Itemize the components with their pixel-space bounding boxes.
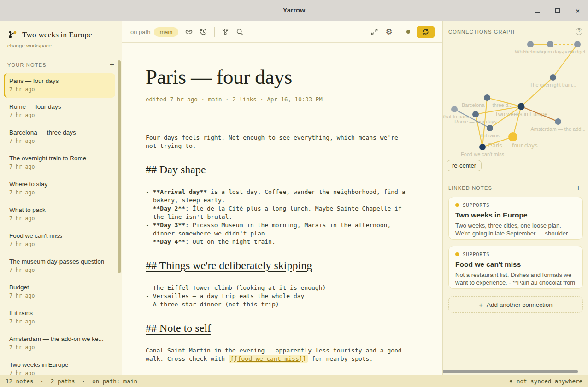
bullet-item: - The Eiffel Tower climb (looking at it … bbox=[146, 284, 412, 292]
add-note-button[interactable]: + bbox=[110, 61, 114, 69]
note-list-item[interactable]: Paris — four days 7 hr ago bbox=[4, 73, 115, 98]
add-connection-button[interactable]: + Add another connection bbox=[448, 296, 583, 313]
note-list-item[interactable]: Food we can't miss 7 hr ago bbox=[4, 228, 115, 252]
graph-node-rome[interactable] bbox=[472, 111, 479, 117]
graph-view-icon[interactable] bbox=[221, 28, 229, 36]
linked-note-desc: Not a restaurant list. Dishes and format… bbox=[455, 271, 576, 289]
note-list-item[interactable]: Amsterdam — the add-on we ke... 7 hr ago bbox=[4, 331, 115, 356]
linked-note-title: Two weeks in Europe bbox=[455, 211, 576, 219]
note-paragraph: Four days feels right. Not enough to see… bbox=[146, 134, 412, 150]
connections-graph[interactable]: Where to stayThe museum day-pass...Budge… bbox=[443, 21, 588, 159]
graph-node-where[interactable] bbox=[527, 41, 534, 47]
titlebar: Yarrow × bbox=[0, 0, 588, 21]
editor-pane: on path main bbox=[122, 21, 442, 375]
history-icon[interactable] bbox=[200, 28, 208, 36]
statusbar-right: not synced anywhere bbox=[513, 378, 582, 385]
close-button[interactable]: × bbox=[574, 7, 582, 14]
graph-node-food[interactable] bbox=[479, 144, 486, 150]
note-list-item[interactable]: What to pack 7 hr ago bbox=[4, 202, 115, 227]
toolbar-divider bbox=[214, 27, 215, 37]
maximize-icon bbox=[555, 8, 560, 13]
settings-gear-icon[interactable]: ⚙ bbox=[385, 28, 393, 36]
graph-node-label: Food we can't miss bbox=[461, 152, 504, 157]
graph-node-whattopack[interactable] bbox=[451, 106, 458, 112]
note-heading: ## Note to self bbox=[146, 322, 426, 334]
note-list-item[interactable]: If it rains 7 hr ago bbox=[4, 305, 115, 330]
expand-icon[interactable] bbox=[370, 28, 378, 36]
graph-node-budget[interactable] bbox=[574, 41, 581, 47]
sync-button[interactable] bbox=[417, 26, 435, 38]
graph-node-label: Amsterdam — the add... bbox=[530, 126, 585, 132]
note-bullet-list: - **Arrival day** is a lost day. Coffee,… bbox=[146, 188, 412, 246]
window-title: Yarrow bbox=[0, 6, 588, 14]
linked-note-card[interactable]: SUPPORTS Food we can't miss Not a restau… bbox=[448, 246, 583, 289]
note-paragraph: Canal Saint-Martin in the evening — appa… bbox=[146, 346, 412, 363]
bullet-item: - A three-star dinner (not this trip) bbox=[146, 300, 412, 309]
linked-note-title: Food we can't miss bbox=[455, 260, 576, 269]
bullet-item: - Versailles — a day trip eats the whole… bbox=[146, 292, 412, 300]
maximize-button[interactable] bbox=[554, 7, 561, 14]
note-bullet-list: - The Eiffel Tower climb (looking at it … bbox=[146, 284, 412, 309]
workspace-name: Two weeks in Europe bbox=[22, 30, 92, 40]
notes-list: Paris — four days 7 hr ago Rome — four d… bbox=[0, 73, 122, 375]
change-workspace-link[interactable]: change workspace... bbox=[7, 43, 114, 48]
yarrow-logo-icon bbox=[7, 29, 18, 40]
note-list-item[interactable]: The museum day-passes question 7 hr ago bbox=[4, 254, 115, 278]
graph-node-label: Barcelona — three d... bbox=[462, 102, 512, 108]
note-list-item[interactable]: The overnight train to Rome 7 hr ago bbox=[4, 151, 115, 175]
sync-dot-icon: ● bbox=[510, 379, 512, 383]
editor-toolbar: on path main bbox=[122, 21, 442, 43]
plus-icon: + bbox=[479, 301, 483, 308]
graph-node-overnight[interactable] bbox=[550, 74, 556, 81]
note-list-item[interactable]: Where to stay 7 hr ago bbox=[4, 176, 115, 201]
graph-node-ifitrains[interactable] bbox=[487, 125, 493, 131]
graph-node-barcelona[interactable] bbox=[484, 94, 490, 101]
note-title: Paris — four days bbox=[146, 66, 426, 89]
linked-note-card[interactable]: SUPPORTS Two weeks in Europe Two weeks, … bbox=[448, 197, 583, 240]
bullet-item: - **Day 2**: Île de la Cité plus a long … bbox=[146, 205, 412, 221]
sync-status-dot-icon bbox=[406, 30, 410, 34]
bullet-item: - **Arrival day** is a lost day. Coffee,… bbox=[146, 188, 412, 205]
graph-node-amsterdam[interactable] bbox=[555, 118, 561, 125]
linked-notes-header: LINKED NOTES bbox=[448, 185, 492, 191]
sidebar: Two weeks in Europe change workspace... … bbox=[0, 21, 122, 375]
relation-label: SUPPORTS bbox=[463, 252, 490, 257]
connections-graph-header: CONNECTIONS GRAPH bbox=[448, 29, 515, 35]
panel-horizontal-scrollbar[interactable] bbox=[443, 370, 578, 373]
minimize-icon bbox=[535, 12, 540, 13]
linked-note-desc: Two weeks, three cities, one loose plan.… bbox=[455, 222, 576, 240]
your-notes-header: YOUR NOTES bbox=[7, 62, 47, 68]
note-list-item[interactable]: Budget 7 hr ago bbox=[4, 280, 115, 304]
help-icon[interactable]: ? bbox=[576, 28, 582, 35]
sidebar-scrollbar[interactable] bbox=[118, 60, 121, 273]
graph-node-label: Rome — four days bbox=[454, 119, 497, 124]
graph-node-museum[interactable] bbox=[547, 41, 553, 47]
note-list-item[interactable]: Barcelona — three days 7 hr ago bbox=[4, 125, 115, 149]
wiki-link[interactable]: [[food-we-cant-miss]] bbox=[229, 355, 308, 363]
note-meta: edited 7 hr ago · main · 2 links · Apr 1… bbox=[146, 96, 426, 103]
note-divider bbox=[146, 118, 420, 118]
minimize-button[interactable] bbox=[534, 7, 541, 14]
recenter-button[interactable]: re-center bbox=[447, 160, 482, 171]
toolbar-divider bbox=[400, 27, 400, 37]
statusbar: 12 notes · 2 paths · on path: main ● not… bbox=[0, 375, 588, 387]
note-heading: ## Things we're deliberately skipping bbox=[146, 259, 426, 272]
graph-node-paris[interactable] bbox=[508, 132, 517, 141]
add-link-button[interactable]: + bbox=[576, 184, 581, 192]
note-list-item[interactable]: Rome — four days 7 hr ago bbox=[4, 99, 115, 123]
relation-dot-icon bbox=[455, 203, 459, 207]
search-icon[interactable] bbox=[236, 28, 244, 36]
path-badge[interactable]: main bbox=[154, 27, 178, 37]
relation-label: SUPPORTS bbox=[463, 202, 490, 208]
bullet-item: - **Day 4**: Out on the night train. bbox=[146, 238, 412, 246]
on-path-label: on path bbox=[130, 29, 150, 35]
statusbar-left: 12 notes · 2 paths · on path: main bbox=[6, 378, 137, 385]
link-icon[interactable] bbox=[185, 28, 193, 36]
bullet-item: - **Day 3**: Picasso Museum in the morni… bbox=[146, 221, 412, 238]
note-editor[interactable]: Paris — four days edited 7 hr ago · main… bbox=[122, 43, 426, 363]
note-list-item[interactable]: Two weeks in Europe 7 hr ago bbox=[4, 357, 115, 375]
connections-panel: CONNECTIONS GRAPH ? Where to stayThe mus… bbox=[442, 21, 588, 375]
workspace-header: Two weeks in Europe change workspace... bbox=[0, 21, 122, 48]
graph-node-label: The overnight train... bbox=[530, 82, 576, 88]
graph-node-twoweeks[interactable] bbox=[518, 103, 525, 110]
